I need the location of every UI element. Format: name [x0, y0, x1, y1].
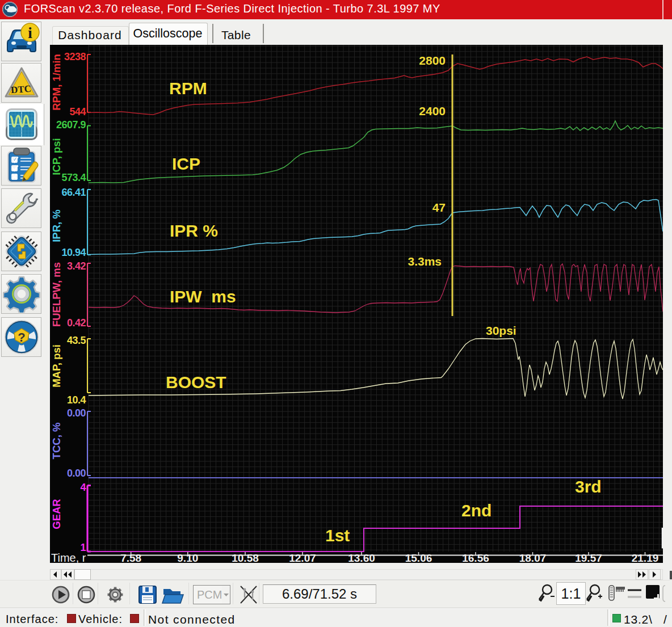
svg-text:3.3ms: 3.3ms — [408, 255, 442, 268]
svg-text:4: 4 — [80, 482, 86, 493]
svg-text:MAP, psi: MAP, psi — [51, 344, 62, 388]
svg-text:10.94: 10.94 — [61, 247, 86, 258]
svg-text:3.42: 3.42 — [67, 260, 86, 272]
svg-text:16.56: 16.56 — [462, 552, 489, 563]
svg-text:12.07: 12.07 — [289, 552, 316, 563]
svg-text:47: 47 — [432, 201, 446, 214]
svg-text:2800: 2800 — [419, 54, 446, 67]
svg-text:3238: 3238 — [64, 51, 86, 62]
svg-text:21.19: 21.19 — [632, 552, 659, 563]
svg-text:IPR %: IPR % — [170, 221, 218, 240]
svg-text:TCC, %: TCC, % — [51, 423, 62, 460]
svg-text:15.06: 15.06 — [405, 552, 432, 563]
svg-text:1:1: 1:1 — [561, 586, 581, 601]
svg-text:RPM, 1/min: RPM, 1/min — [51, 54, 62, 111]
svg-text:43.5: 43.5 — [67, 335, 86, 346]
svg-text:0.00: 0.00 — [67, 407, 86, 419]
svg-text:13.60: 13.60 — [348, 552, 375, 563]
svg-text:10.58: 10.58 — [232, 552, 259, 563]
svg-text:19.57: 19.57 — [575, 552, 602, 563]
svg-text:544: 544 — [69, 106, 86, 117]
svg-text:0.42: 0.42 — [67, 317, 86, 329]
svg-text:ICP: ICP — [172, 154, 200, 173]
svg-text:30psi: 30psi — [486, 324, 516, 337]
svg-text:RPM: RPM — [169, 79, 207, 98]
svg-text:10.4: 10.4 — [67, 394, 86, 406]
svg-text:GEAR: GEAR — [51, 499, 62, 529]
svg-text:2nd: 2nd — [461, 501, 492, 520]
svg-text:3rd: 3rd — [575, 477, 602, 496]
svg-text:ICP, psi: ICP, psi — [51, 138, 62, 175]
svg-text:2400: 2400 — [419, 104, 446, 117]
svg-text:18.07: 18.07 — [519, 552, 547, 563]
svg-text:i: i — [28, 24, 32, 41]
svg-text:66.41: 66.41 — [61, 187, 86, 198]
svg-text:1st: 1st — [325, 526, 350, 545]
svg-text:573.4: 573.4 — [61, 172, 86, 183]
svg-text:FUELPW, ms: FUELPW, ms — [51, 262, 62, 327]
svg-text:?: ? — [18, 330, 25, 344]
svg-text:1: 1 — [80, 542, 86, 553]
svg-text:IPW ms: IPW ms — [170, 287, 236, 306]
svg-text:0.00: 0.00 — [67, 468, 86, 479]
svg-text:DTC: DTC — [10, 83, 31, 95]
svg-text:2607.9: 2607.9 — [56, 119, 86, 131]
svg-text:9.10: 9.10 — [177, 552, 198, 563]
svg-text:IPR, %: IPR, % — [51, 209, 62, 242]
svg-text:Time, r: Time, r — [51, 552, 86, 563]
svg-text:BOOST: BOOST — [166, 373, 226, 392]
svg-text:7.58: 7.58 — [120, 552, 141, 563]
